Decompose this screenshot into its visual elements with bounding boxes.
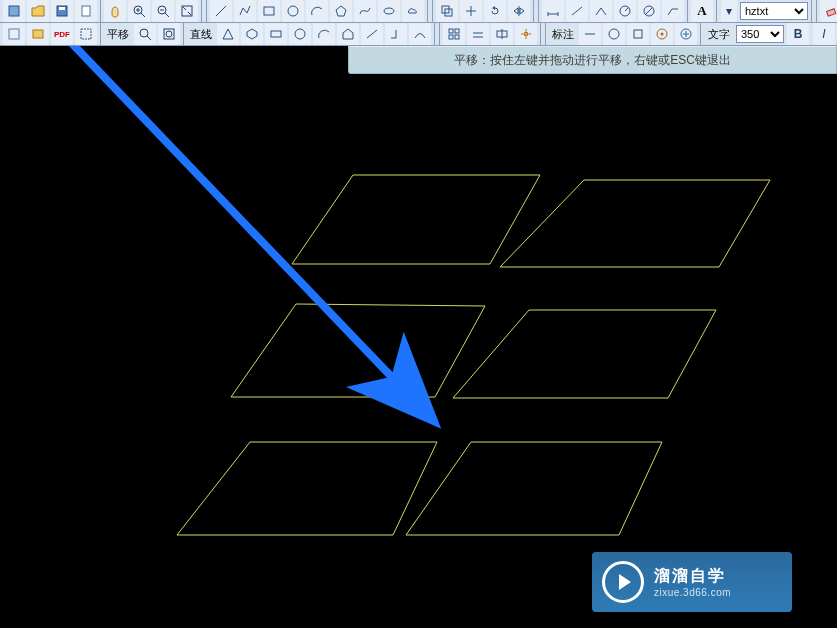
svg-marker-2 bbox=[231, 304, 485, 397]
mirror-icon[interactable] bbox=[508, 0, 530, 22]
bold-button[interactable]: B bbox=[787, 23, 809, 45]
dim-align-icon[interactable] bbox=[566, 0, 588, 22]
line-icon[interactable] bbox=[210, 0, 232, 22]
svg-line-43 bbox=[645, 7, 653, 15]
svg-rect-44 bbox=[827, 9, 836, 16]
ln-rect-icon[interactable] bbox=[265, 23, 287, 45]
ln-diag-icon[interactable] bbox=[361, 23, 383, 45]
dim-b3-icon[interactable] bbox=[627, 23, 649, 45]
pline-icon[interactable] bbox=[234, 0, 256, 22]
svg-marker-4 bbox=[177, 442, 437, 535]
hand-icon[interactable] bbox=[104, 0, 126, 22]
copy-icon[interactable] bbox=[436, 0, 458, 22]
zoom-window-icon[interactable] bbox=[134, 23, 156, 45]
import-icon[interactable] bbox=[27, 23, 49, 45]
size-select[interactable]: 350 bbox=[736, 25, 784, 43]
svg-rect-62 bbox=[449, 29, 453, 33]
svg-marker-9 bbox=[32, 6, 44, 16]
command-hint-text: 平移：按住左键并拖动进行平移，右键或ESC键退出 bbox=[454, 52, 731, 69]
ln-hex-icon[interactable] bbox=[241, 23, 263, 45]
svg-line-53 bbox=[147, 36, 151, 40]
svg-rect-63 bbox=[455, 29, 459, 33]
watermark-text: 溜溜自学 zixue.3d66.com bbox=[654, 566, 731, 598]
dim-linear-icon[interactable] bbox=[542, 0, 564, 22]
svg-point-59 bbox=[295, 29, 305, 39]
svg-rect-75 bbox=[634, 30, 642, 38]
save-icon[interactable] bbox=[51, 0, 73, 22]
edit2-group bbox=[440, 23, 541, 45]
svg-line-39 bbox=[572, 7, 582, 15]
svg-line-16 bbox=[141, 13, 145, 17]
svg-line-22 bbox=[188, 12, 191, 15]
dim-dia-icon[interactable] bbox=[638, 0, 660, 22]
font-select[interactable]: hztxt bbox=[740, 2, 808, 20]
svg-marker-0 bbox=[292, 175, 540, 264]
toolbar-row-1: A ▾ hztxt bbox=[0, 0, 837, 23]
open-icon[interactable] bbox=[27, 0, 49, 22]
line-tools bbox=[207, 0, 428, 22]
line-label: 直线 bbox=[186, 27, 216, 42]
svg-line-19 bbox=[165, 13, 169, 17]
pdf-icon[interactable]: PDF bbox=[51, 23, 73, 45]
spline-icon[interactable] bbox=[354, 0, 376, 22]
svg-point-68 bbox=[524, 32, 528, 36]
play-icon bbox=[602, 561, 644, 603]
dim-b1-icon[interactable] bbox=[579, 23, 601, 45]
svg-rect-51 bbox=[81, 29, 91, 39]
svg-rect-49 bbox=[9, 29, 19, 39]
svg-rect-65 bbox=[455, 35, 459, 39]
dim-b5-icon[interactable] bbox=[675, 23, 697, 45]
svg-rect-64 bbox=[449, 35, 453, 39]
stretch-icon[interactable] bbox=[491, 23, 513, 45]
svg-line-23 bbox=[216, 6, 226, 16]
move-icon[interactable] bbox=[460, 0, 482, 22]
arc-icon[interactable] bbox=[306, 0, 328, 22]
scale-page-icon[interactable] bbox=[3, 23, 25, 45]
rotate-icon[interactable] bbox=[484, 0, 506, 22]
svg-marker-35 bbox=[520, 8, 524, 14]
ln-home-icon[interactable] bbox=[337, 23, 359, 45]
zoom-out-icon[interactable] bbox=[152, 0, 174, 22]
zoom-ext-icon[interactable] bbox=[158, 23, 180, 45]
font-dd-icon[interactable]: ▾ bbox=[721, 0, 737, 22]
zoom-fit-icon[interactable] bbox=[176, 0, 198, 22]
svg-marker-3 bbox=[453, 310, 716, 398]
pan2-group: 平移 bbox=[101, 23, 184, 45]
pan-group bbox=[101, 0, 202, 22]
page-icon[interactable] bbox=[75, 0, 97, 22]
dim2-group: 标注 bbox=[546, 23, 701, 45]
zoom-in-icon[interactable] bbox=[128, 0, 150, 22]
polygon-icon[interactable] bbox=[330, 0, 352, 22]
dim-ang-icon[interactable] bbox=[590, 0, 612, 22]
cloud-icon[interactable] bbox=[402, 0, 424, 22]
ellipse-icon[interactable] bbox=[378, 0, 400, 22]
pan-label: 平移 bbox=[103, 27, 133, 42]
ln-tri-icon[interactable] bbox=[217, 23, 239, 45]
ln-ortho-icon[interactable] bbox=[385, 23, 407, 45]
dim-rad-icon[interactable] bbox=[614, 0, 636, 22]
svg-rect-12 bbox=[82, 6, 90, 16]
svg-marker-60 bbox=[343, 29, 353, 39]
explode-icon[interactable] bbox=[515, 23, 537, 45]
svg-line-61 bbox=[367, 30, 377, 38]
offset-icon[interactable] bbox=[467, 23, 489, 45]
select-icon[interactable] bbox=[75, 23, 97, 45]
rect-icon[interactable] bbox=[258, 0, 280, 22]
file2-group: PDF bbox=[0, 23, 101, 45]
ln-circ-icon[interactable] bbox=[289, 23, 311, 45]
array-icon[interactable] bbox=[443, 23, 465, 45]
erase-icon[interactable] bbox=[820, 0, 837, 22]
italic-button[interactable]: I bbox=[813, 23, 835, 45]
new-icon[interactable] bbox=[3, 0, 25, 22]
drawing-canvas[interactable] bbox=[0, 45, 837, 628]
circle-icon[interactable] bbox=[282, 0, 304, 22]
dim-leader-icon[interactable] bbox=[662, 0, 684, 22]
ln-curve-icon[interactable] bbox=[409, 23, 431, 45]
text-a-icon[interactable]: A bbox=[691, 0, 713, 22]
text-label: 文字 bbox=[704, 27, 734, 42]
dim-b4-icon[interactable] bbox=[651, 23, 673, 45]
svg-point-77 bbox=[661, 33, 664, 36]
line2-group: 直线 bbox=[184, 23, 435, 45]
dim-b2-icon[interactable] bbox=[603, 23, 625, 45]
ln-arc2-icon[interactable] bbox=[313, 23, 335, 45]
